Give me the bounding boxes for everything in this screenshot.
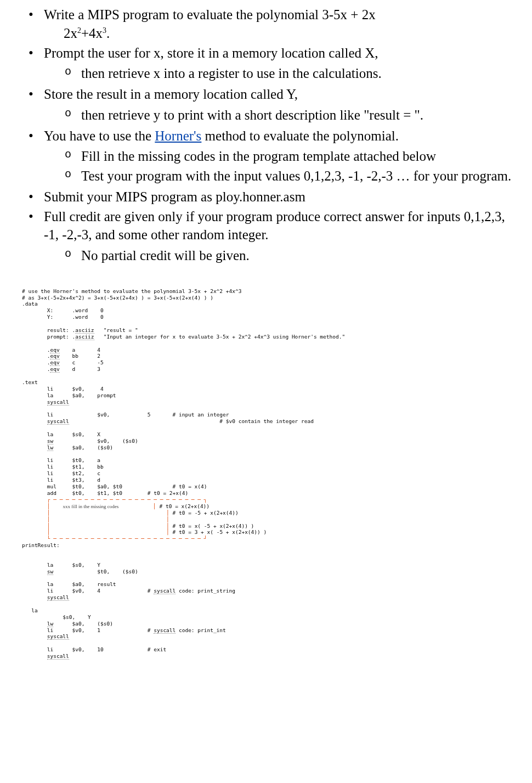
code-line: .text: [22, 379, 38, 385]
code-line: la: [22, 607, 38, 613]
sup-2: 2: [77, 26, 81, 34]
code-line: │ │ # t0 = 3 + x( -5 + x(2+x(4)) ): [22, 529, 267, 535]
code-line: # as 3+x(-5+2x+4x^2) = 3+x(-5+x(2+4x) ) …: [22, 295, 213, 301]
code-line: li $v0, 1 # syscall code: print_int: [22, 627, 226, 634]
code-line: syscall: [22, 399, 69, 405]
code-line: X: .word 0: [22, 307, 104, 313]
code-line: syscall: [22, 653, 69, 660]
dashed-box-top: ┌ ─ ─ ─ ─ ─ ─ ─ ─ ─ ─ ─ ─ ─ ─ ─ ─ ─ ─ ─ …: [22, 497, 207, 503]
dashed-box-bottom: └ ─ ─ ─ ─ ─ ─ ─ ─ ─ ─ ─ ─ ─ ─ ─ ─ ─ ─ ─ …: [22, 536, 207, 542]
bullet-1-text-a: Write a MIPS program to evaluate the pol…: [44, 7, 376, 22]
code-line: .eqv bb 2: [22, 353, 100, 359]
code-line: .eqv a 4: [22, 347, 100, 353]
bullet-6: Full credit are given only if your progr…: [44, 207, 521, 265]
code-line: mul $t0, $a0, $t0 # t0 = x(4): [22, 483, 207, 489]
assignment-list: Write a MIPS program to evaluate the pol…: [11, 5, 521, 265]
code-line: la $s0, X: [22, 431, 100, 437]
code-line: sw $v0, ($s0): [22, 438, 138, 444]
code-line: .eqv d 3: [22, 366, 100, 373]
code-line: li $t0, a: [22, 457, 100, 463]
bullet-2-sub-1: then retrieve x into a register to use i…: [81, 64, 521, 83]
code-line: syscall: [22, 594, 69, 601]
fill-placeholder: xxx fill in the missing codes: [63, 504, 118, 510]
code-line: printResult:: [22, 542, 60, 548]
bullet-1-line2: 2x2+4x3.: [44, 24, 521, 43]
code-line: sw $t0, ($s0): [22, 568, 138, 575]
bullet-6-sub-1: No partial credit will be given.: [81, 246, 521, 265]
bullet-4-sub-1: Fill in the missing codes in the program…: [81, 147, 521, 166]
code-line: syscall # $v0 contain the integer read: [22, 418, 314, 425]
bullet-5: Submit your MIPS program as ploy.honner.…: [44, 188, 521, 206]
code-line: prompt: .asciiz "Input an integer for x …: [22, 334, 345, 340]
code-line: li $v0, 10 # exit: [22, 646, 166, 652]
code-line: li $v0, 4: [22, 386, 104, 392]
code-line: result: .asciiz "result = ": [22, 327, 138, 334]
code-line: .data: [22, 301, 38, 307]
bullet-6-text: Full credit are given only if your progr…: [44, 209, 505, 243]
bullet-4-text-b: method to evaluate the polynomial.: [201, 128, 399, 143]
bullet-2: Prompt the user for x, store it in a mem…: [44, 44, 521, 83]
code-line: │ │ # t0 = x( -5 + x(2+x(4)) ): [22, 523, 254, 529]
code-line: # use the Horner's method to evaluate th…: [22, 288, 241, 294]
code-line: $s0, Y: [22, 614, 91, 620]
code-line: Y: .word 0: [22, 314, 104, 320]
code-template: # use the Horner's method to evaluate th…: [11, 281, 521, 660]
code-line: lw $a0, ($s0): [22, 621, 113, 627]
bullet-3-text: Store the result in a memory location ca…: [44, 87, 298, 102]
code-line: la $a0, result: [22, 581, 116, 587]
code-line: │ xxx fill in the missing codes │ # t0 =…: [22, 503, 210, 509]
bullet-2-text: Prompt the user for x, store it in a mem…: [44, 46, 378, 60]
bullet-4: You have to use the Horner's method to e…: [44, 127, 521, 185]
code-line: la $s0, Y: [22, 562, 100, 568]
code-line: add $t0, $t1, $t0 # t0 = 2+x(4): [22, 490, 188, 496]
code-line: li $v0, 5 # input an integer: [22, 412, 229, 418]
horner-link[interactable]: Horner's: [155, 128, 201, 143]
bullet-3-sub-1: then retrieve y to print with a short de…: [81, 106, 521, 125]
code-line: lw $a0, ($s0): [22, 444, 113, 451]
bullet-3: Store the result in a memory location ca…: [44, 85, 521, 125]
code-line: li $t2, c: [22, 470, 100, 476]
code-line: li $t1, bb: [22, 464, 104, 470]
code-line: │ │ # t0 = -5 + x(2+x(4)): [22, 510, 239, 516]
code-line: .eqv c -5: [22, 359, 104, 366]
code-line: li $v0, 4 # syscall code: print_string: [22, 588, 235, 594]
code-line: │ │: [22, 516, 169, 522]
code-line: syscall: [22, 633, 69, 640]
bullet-4-text-a: You have to use the: [44, 128, 155, 143]
code-line: la $a0, prompt: [22, 392, 116, 398]
bullet-4-sub-2: Test your program with the input values …: [81, 167, 521, 185]
code-line: li $t3, d: [22, 477, 100, 483]
bullet-1: Write a MIPS program to evaluate the pol…: [44, 5, 521, 43]
